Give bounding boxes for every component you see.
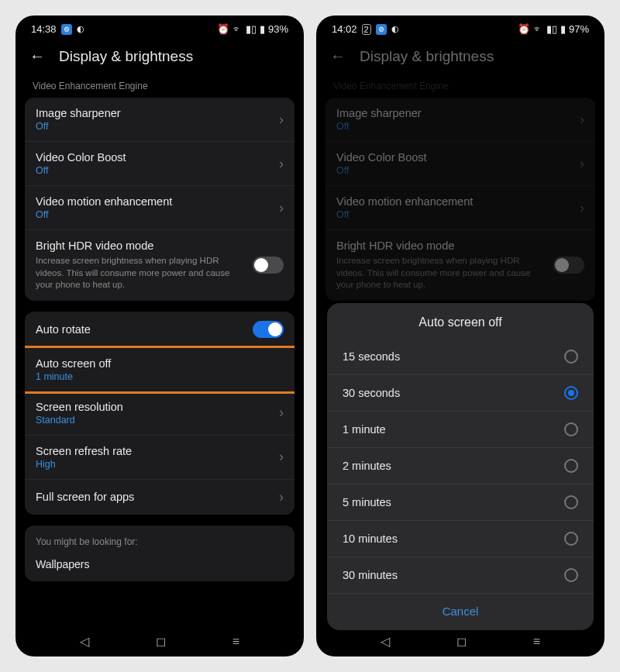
row-sub: Off xyxy=(336,121,580,132)
suggest-wallpapers[interactable]: Wallpapers xyxy=(36,558,284,570)
nav-recents-icon[interactable]: ≡ xyxy=(232,635,239,649)
row-title: Screen refresh rate xyxy=(36,445,279,457)
chevron-right-icon: › xyxy=(279,489,284,505)
row-sub: Off xyxy=(36,165,279,176)
row-desc: Increase screen brightness when playing … xyxy=(336,255,538,291)
nav-back-icon[interactable]: ◁ xyxy=(80,634,89,649)
alarm-icon: ⏰ xyxy=(518,23,530,35)
signal-icon: ▮▯ xyxy=(246,23,257,35)
dialog-title: Auto screen off xyxy=(327,315,594,339)
row-sub: Off xyxy=(336,209,580,220)
back-icon[interactable]: ← xyxy=(29,47,45,65)
chevron-right-icon: › xyxy=(279,405,284,421)
option-label: 30 minutes xyxy=(343,569,398,581)
image-sharpener-row[interactable]: Image sharpener Off › xyxy=(326,98,595,142)
row-desc: Increase screen brightness when playing … xyxy=(36,255,237,291)
video-color-boost-row[interactable]: Video Color Boost Off › xyxy=(326,142,595,186)
refresh-rate-row[interactable]: Screen refresh rate High › xyxy=(25,436,294,480)
screen-resolution-row[interactable]: Screen resolution Standard › xyxy=(25,391,294,436)
chevron-right-icon: › xyxy=(580,156,584,172)
bright-hdr-row[interactable]: Bright HDR video mode Increase screen br… xyxy=(25,230,294,301)
notification-icon: ◐ xyxy=(391,24,399,34)
battery-icon: ▮ xyxy=(560,23,566,35)
auto-screen-off-row[interactable]: Auto screen off 1 minute xyxy=(25,346,294,394)
option-label: 5 minutes xyxy=(343,496,391,508)
radio-icon xyxy=(564,532,578,546)
bright-hdr-toggle[interactable] xyxy=(553,257,584,274)
section-label: Video Enhancement Engine xyxy=(316,76,604,98)
nav-bar: ◁ ◻ ≡ xyxy=(16,623,304,656)
video-motion-row[interactable]: Video motion enhancement Off › xyxy=(25,186,294,230)
row-sub: High xyxy=(36,459,279,470)
wifi-icon: ᯤ xyxy=(533,23,543,35)
chevron-right-icon: › xyxy=(279,112,284,128)
option-label: 30 seconds xyxy=(343,387,400,399)
image-sharpener-row[interactable]: Image sharpener Off › xyxy=(25,98,294,142)
row-title: Video motion enhancement xyxy=(336,195,580,208)
battery-text: 97% xyxy=(569,23,589,35)
full-screen-apps-row[interactable]: Full screen for apps › xyxy=(25,480,294,515)
video-color-boost-row[interactable]: Video Color Boost Off › xyxy=(25,142,294,186)
option-10m[interactable]: 10 minutes xyxy=(327,521,594,557)
row-title: Video Color Boost xyxy=(36,151,279,164)
row-title: Video motion enhancement xyxy=(36,195,279,208)
row-title: Full screen for apps xyxy=(36,491,279,503)
page-title: Display & brightness xyxy=(360,48,494,65)
suggest-label: You might be looking for: xyxy=(36,536,284,547)
status-bar: 14:38 ⚙ ◐ ⏰ ᯤ ▮▯ ▮ 93% xyxy=(16,16,304,40)
auto-rotate-toggle[interactable] xyxy=(253,321,284,338)
radio-icon xyxy=(564,386,578,400)
speed-icon: 2 xyxy=(362,24,371,35)
radio-icon xyxy=(564,495,578,509)
status-time: 14:38 xyxy=(31,23,57,35)
radio-icon xyxy=(564,459,578,473)
page-title: Display & brightness xyxy=(59,48,193,65)
display-settings-card: Auto rotate Auto screen off 1 minute Scr… xyxy=(25,312,294,515)
option-30s[interactable]: 30 seconds xyxy=(327,375,594,412)
chevron-right-icon: › xyxy=(580,200,584,216)
chevron-right-icon: › xyxy=(279,449,284,465)
row-title: Auto rotate xyxy=(36,323,253,336)
video-enhancement-card: Image sharpener Off › Video Color Boost … xyxy=(326,98,595,301)
row-title: Image sharpener xyxy=(336,107,580,119)
row-title: Bright HDR video mode xyxy=(336,240,553,252)
notification-icon: ◐ xyxy=(77,24,84,34)
option-1m[interactable]: 1 minute xyxy=(327,412,594,448)
nav-home-icon[interactable]: ◻ xyxy=(456,634,467,649)
back-icon[interactable]: ← xyxy=(330,47,346,65)
option-label: 2 minutes xyxy=(343,460,391,472)
row-sub: Off xyxy=(36,121,279,132)
app-icon: ⚙ xyxy=(376,24,387,35)
option-15s[interactable]: 15 seconds xyxy=(327,339,594,375)
battery-icon: ▮ xyxy=(260,23,265,35)
phone-right: 14:02 2 ⚙ ◐ ⏰ ᯤ ▮▯ ▮ 97% ← Display & bri… xyxy=(316,16,604,656)
alarm-icon: ⏰ xyxy=(217,23,229,35)
battery-text: 93% xyxy=(268,23,288,35)
row-title: Screen resolution xyxy=(36,401,279,413)
row-title: Bright HDR video mode xyxy=(36,240,253,252)
auto-screen-off-dialog: Auto screen off 15 seconds 30 seconds 1 … xyxy=(327,303,594,630)
header: ← Display & brightness xyxy=(16,40,304,76)
nav-home-icon[interactable]: ◻ xyxy=(156,634,166,649)
video-motion-row[interactable]: Video motion enhancement Off › xyxy=(326,186,595,230)
row-sub: Off xyxy=(36,209,279,220)
row-title: Image sharpener xyxy=(36,107,279,119)
option-5m[interactable]: 5 minutes xyxy=(327,484,594,521)
radio-icon xyxy=(564,568,578,582)
app-icon: ⚙ xyxy=(61,24,72,35)
radio-icon xyxy=(564,422,578,436)
chevron-right-icon: › xyxy=(580,112,584,128)
nav-recents-icon[interactable]: ≡ xyxy=(533,635,540,649)
section-label: Video Enhancement Engine xyxy=(16,76,304,98)
signal-icon: ▮▯ xyxy=(546,23,557,35)
content: Video Enhancement Engine Image sharpener… xyxy=(16,76,304,623)
cancel-button[interactable]: Cancel xyxy=(327,594,594,624)
row-sub: Standard xyxy=(36,415,279,426)
option-30m[interactable]: 30 minutes xyxy=(327,557,594,594)
auto-rotate-row[interactable]: Auto rotate xyxy=(25,312,294,348)
nav-back-icon[interactable]: ◁ xyxy=(381,634,390,649)
bright-hdr-row[interactable]: Bright HDR video mode Increase screen br… xyxy=(326,230,595,301)
option-2m[interactable]: 2 minutes xyxy=(327,448,594,484)
bright-hdr-toggle[interactable] xyxy=(253,257,284,274)
phone-left: 14:38 ⚙ ◐ ⏰ ᯤ ▮▯ ▮ 93% ← Display & brigh… xyxy=(16,16,304,656)
